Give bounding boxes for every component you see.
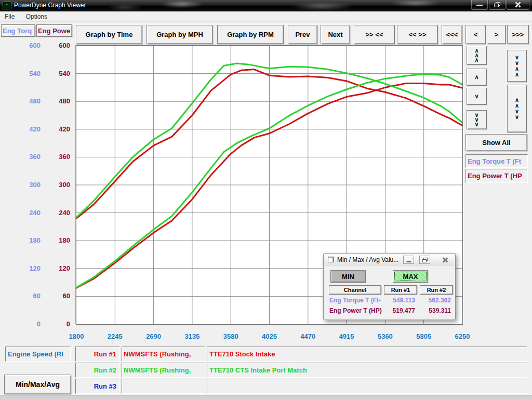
x-axis-tick-rpm: 1800: [60, 332, 93, 340]
prev-button[interactable]: Prev: [288, 25, 317, 44]
graph-by-rpm-button[interactable]: Graph by RPM: [217, 25, 284, 44]
y-axis-tick-power: 0: [48, 320, 70, 328]
run2-label: Run #2: [75, 363, 120, 378]
y-axis-tick-torque: 540: [15, 70, 41, 78]
menu-options[interactable]: Options: [21, 11, 52, 22]
x-channel-label[interactable]: Engine Speed (RI: [5, 347, 71, 362]
column-header-channel[interactable]: Channel: [329, 285, 381, 295]
minmax-title-bar[interactable]: Min / Max / Avg Valu...: [324, 254, 455, 265]
pan-right-button[interactable]: >: [487, 25, 506, 44]
x-axis-tick-rpm: 5805: [407, 332, 441, 340]
app-icon: ~: [3, 2, 11, 9]
y-axis-tick-torque: 600: [15, 42, 41, 50]
expand-vertical-button[interactable]: ∧ ∧ ∨ ∨: [507, 85, 527, 132]
y-axis-tick-power: 300: [48, 181, 70, 189]
y-axis-tick-torque: 300: [15, 181, 41, 189]
x-axis-tick-rpm: 3135: [176, 332, 209, 340]
y-axis-tick-power: 60: [48, 292, 70, 300]
y-axis-tick-power: 600: [48, 42, 70, 50]
scroll-down-button[interactable]: ∨: [467, 88, 487, 105]
minmax-window-title: Min / Max / Avg Valu...: [337, 256, 398, 263]
y-axis-tick-power: 480: [48, 97, 70, 105]
y-axis-tick-torque: 120: [15, 264, 41, 273]
graph-by-mph-button[interactable]: Graph by MPH: [147, 25, 213, 44]
minmax-window[interactable]: Min / Max / Avg Valu... MIN MAX Channel …: [323, 253, 456, 320]
x-axis-tick-rpm: 4025: [253, 332, 286, 340]
x-axis-tick-rpm: 4470: [291, 332, 325, 340]
channel-name: Eng Power T (HP): [329, 307, 383, 314]
show-all-button[interactable]: Show All: [466, 134, 527, 151]
run1-file[interactable]: NWMSFTS (Rushing,: [122, 347, 205, 362]
y-axis-tick-power: 360: [48, 153, 70, 161]
axis-button-torque[interactable]: Eng Torq: [1, 24, 35, 37]
close-icon: [442, 257, 448, 263]
compress-vertical-button[interactable]: ∨ ∨ ∧ ∧: [507, 50, 527, 82]
title-bar[interactable]: ~ PowerDyne Graph Viewer: [0, 0, 532, 11]
minmax-minimize-button[interactable]: [403, 256, 414, 264]
minmax-avg-button[interactable]: Min/Max/Avg: [4, 375, 71, 394]
run1-description[interactable]: TTE710 Stock Intake: [207, 347, 527, 362]
y-axis-tick-torque: 420: [15, 125, 41, 134]
torque-max-run2: 562.362: [420, 297, 451, 304]
y-axis-tick-torque: 0: [15, 320, 41, 328]
x-axis-tick-rpm: 2245: [98, 332, 131, 340]
x-axis-tick-rpm: 6250: [446, 332, 479, 340]
x-axis-tick-rpm: 5360: [368, 332, 402, 340]
minimize-icon: [476, 5, 483, 6]
legend-power-channel[interactable]: Eng Power T (HP: [466, 169, 528, 183]
max-toggle-button[interactable]: MAX: [393, 270, 428, 283]
pan-left-button[interactable]: <: [466, 25, 486, 44]
powerdyne-graph-viewer-window: ~ PowerDyne Graph Viewer File Options En…: [0, 0, 532, 399]
minimize-button[interactable]: [471, 0, 488, 10]
axis-button-power[interactable]: Eng Powe: [36, 24, 72, 37]
graph-by-time-button[interactable]: Graph by Time: [76, 25, 142, 44]
window-title: PowerDyne Graph Viewer: [14, 2, 86, 9]
minmax-restore-button[interactable]: [419, 256, 430, 264]
pan-far-left-button[interactable]: <<<: [442, 25, 462, 44]
power-max-run2: 539.311: [420, 307, 451, 314]
min-toggle-button[interactable]: MIN: [330, 270, 366, 283]
minmax-window-icon: [328, 257, 334, 262]
run2-description[interactable]: TTE710 CTS Intake Port Match: [207, 363, 527, 378]
legend-torque-channel[interactable]: Eng Torque T (Ft: [466, 154, 528, 168]
next-button[interactable]: Next: [321, 25, 350, 44]
x-axis-tick-rpm: 3580: [214, 332, 247, 340]
run3-file[interactable]: [122, 379, 205, 394]
menu-file[interactable]: File: [0, 11, 19, 22]
y-axis-tick-power: 420: [48, 125, 70, 134]
menu-bar: File Options: [0, 11, 532, 22]
close-button[interactable]: [507, 0, 529, 10]
y-axis-tick-power: 180: [48, 236, 70, 245]
restore-icon: [494, 2, 500, 7]
y-axis-tick-power: 120: [48, 264, 70, 273]
y-axis-tick-power: 540: [48, 70, 70, 78]
power-max-run1: 519.477: [384, 307, 415, 314]
scroll-down-fast-button[interactable]: ∨ ∨ ∨: [467, 110, 487, 129]
scroll-up-fast-button[interactable]: ∧ ∧ ∧: [467, 46, 487, 65]
x-axis-tick-rpm: 2690: [137, 332, 170, 340]
close-icon: [515, 2, 522, 8]
zoom-out-button[interactable]: << >>: [397, 25, 438, 44]
restore-icon: [422, 258, 428, 262]
scroll-up-button[interactable]: ∧: [467, 69, 487, 86]
y-axis-tick-torque: 480: [15, 97, 41, 105]
pan-far-right-button[interactable]: >>>: [507, 25, 529, 44]
y-axis-tick-torque: 240: [15, 209, 41, 217]
channel-name: Eng Torque T (Ft-: [329, 297, 383, 304]
zoom-in-button[interactable]: >> <<: [354, 25, 395, 44]
y-axis-tick-power: 240: [48, 209, 70, 217]
minmax-close-button[interactable]: [440, 256, 450, 264]
run2-file[interactable]: NWMSFTS (Rushing,: [122, 363, 205, 378]
run3-label: Run #3: [75, 379, 120, 394]
minimize-icon: [406, 261, 411, 262]
y-axis-tick-torque: 180: [15, 236, 41, 245]
column-header-run1[interactable]: Run #1: [384, 285, 417, 295]
window-bottom-frame: [0, 395, 532, 399]
run3-description[interactable]: [207, 379, 527, 394]
torque-max-run1: 549.113: [384, 297, 415, 304]
column-header-run2[interactable]: Run #2: [420, 285, 453, 295]
x-axis-tick-rpm: 4915: [330, 332, 363, 340]
restore-button[interactable]: [489, 0, 506, 10]
y-axis-tick-torque: 60: [15, 292, 41, 300]
run1-label: Run #1: [75, 347, 120, 362]
